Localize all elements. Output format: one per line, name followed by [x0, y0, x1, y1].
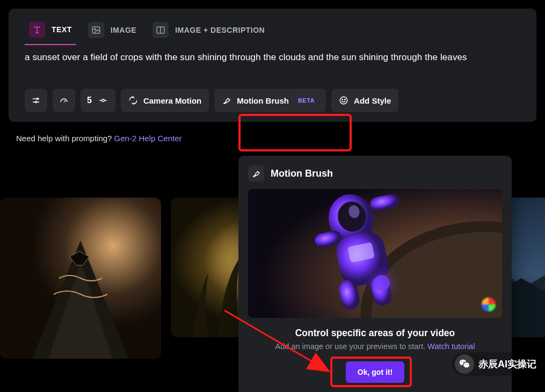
help-line: Need help with prompting? Gen-2 Help Cen…	[0, 130, 545, 150]
brush-cursor-indicator	[374, 275, 390, 291]
brush-icon	[248, 165, 264, 182]
brush-icon	[222, 96, 231, 105]
tab-text[interactable]: TEXT	[25, 16, 76, 45]
tooltip-subtitle: Control specific areas of your video	[248, 328, 502, 339]
add-style-button[interactable]: Add Style	[331, 89, 398, 112]
watermark-text: 赤辰AI实操记	[478, 358, 536, 371]
controls-row: 5 Camera Motion Motion Brush BETA Add St…	[9, 89, 536, 122]
tooltip-hero-image	[248, 189, 502, 318]
svg-point-5	[102, 99, 105, 102]
add-style-label: Add Style	[354, 96, 391, 105]
sliders-icon	[31, 96, 41, 105]
tab-imgdesc-label: IMAGE + DESCRIPTION	[175, 26, 265, 34]
node-icon	[97, 96, 109, 105]
layout-icon	[152, 22, 169, 38]
color-wheel-icon	[482, 297, 496, 311]
text-icon	[29, 21, 45, 38]
motion-brush-button[interactable]: Motion Brush BETA	[214, 89, 326, 112]
wechat-icon	[455, 354, 474, 374]
tab-image[interactable]: IMAGE	[84, 16, 141, 45]
svg-point-4	[35, 101, 37, 103]
camera-motion-icon	[128, 96, 138, 105]
camera-motion-label: Camera Motion	[143, 96, 201, 105]
tooltip-title: Motion Brush	[271, 168, 333, 179]
tab-image-description[interactable]: IMAGE + DESCRIPTION	[148, 16, 269, 45]
gauge-icon	[59, 96, 69, 105]
svg-point-8	[345, 99, 346, 100]
input-mode-tabs: TEXT IMAGE IMAGE + DESCRIPTION	[9, 9, 536, 45]
prompt-text[interactable]: a sunset over a field of crops with the …	[9, 45, 536, 89]
image-icon	[88, 22, 104, 38]
tab-text-label: TEXT	[52, 25, 72, 34]
prompt-panel: TEXT IMAGE IMAGE + DESCRIPTION a sunset …	[9, 9, 536, 122]
speed-button[interactable]	[53, 89, 75, 112]
motion-strength-value: 5	[87, 96, 92, 105]
motion-brush-label: Motion Brush	[237, 96, 289, 105]
tooltip-description: Add an image or use your previews to sta…	[248, 342, 502, 351]
settings-button[interactable]	[25, 89, 47, 112]
help-link[interactable]: Gen-2 Help Center	[114, 134, 182, 143]
svg-point-7	[342, 99, 343, 100]
tab-image-label: IMAGE	[111, 26, 136, 34]
beta-badge: BETA	[294, 96, 318, 105]
preview-thumb[interactable]	[0, 198, 161, 359]
camera-motion-button[interactable]: Camera Motion	[121, 89, 209, 112]
smile-icon	[339, 96, 348, 105]
svg-point-3	[37, 98, 39, 100]
help-prefix: Need help with prompting?	[16, 134, 114, 143]
ok-got-it-button[interactable]: Ok, got it!	[346, 361, 404, 383]
svg-point-6	[340, 97, 347, 104]
watch-tutorial-link[interactable]: Watch tutorial	[427, 342, 475, 351]
svg-point-1	[94, 28, 96, 30]
motion-strength-chip[interactable]: 5	[81, 89, 115, 112]
watermark: 赤辰AI实操记	[452, 352, 542, 376]
